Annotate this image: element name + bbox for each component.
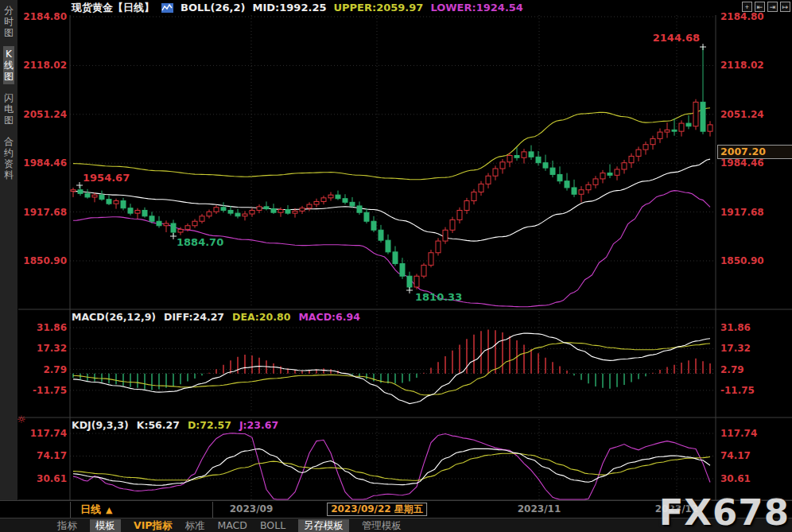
price-annotation: 2144.68 [653,32,700,44]
indicator-settings-icon[interactable]: ☼ [17,414,26,425]
candle-body [114,201,118,204]
candle-body [450,219,455,230]
candle-body [436,241,441,253]
kdj-j-line [73,433,710,499]
candle-body [271,209,276,213]
shift-left-icon[interactable]: ⇤ [755,2,765,12]
candle-body [314,201,319,204]
candle-body [371,221,376,230]
chart-header: 现货黄金【日线】 BOLL(26,2) MID:1992.25 UPPER:20… [72,1,523,14]
sidebar-item-contract-info[interactable]: 合约资料 [3,134,14,183]
axis-tick-left: 1917.68 [23,207,67,218]
candle-body [393,252,398,264]
candle-body [250,210,254,214]
jump-latest-icon[interactable]: ↦ [780,2,790,12]
axis-tick-left: 74.17 [37,450,67,461]
candle-body [350,202,355,206]
symbol-title: 现货黄金【日线】 [72,1,154,15]
pan-icon[interactable]: + [742,2,752,12]
candle-body [414,276,419,287]
axis-tick-left: 30.61 [37,473,67,484]
sidebar-item-timeshare[interactable]: 分时图 [3,2,14,41]
candle-body [679,123,684,131]
sidebar-item-lightning[interactable]: 闪电图 [3,90,14,128]
kdj-d-line [73,453,710,480]
macd-macd-value: MACD:6.94 [298,311,360,323]
candle-body [235,213,240,216]
candle-body [200,216,204,221]
candle-body [643,145,648,150]
boll-lower-value: LOWER:1924.54 [430,2,523,14]
candle-body [99,195,104,200]
candle-body [457,210,462,219]
trading-app-window: 2184.802184.802118.022118.022051.242051.… [0,0,792,532]
axis-tick-left: 117.74 [30,428,67,439]
candle-body [701,102,705,131]
candle-body [665,130,670,132]
candle-body [557,174,562,181]
axis-tick-right: 1917.68 [720,207,764,218]
candle-body [149,216,154,221]
candle-body [78,190,83,194]
candle-body [328,195,333,198]
candle-body [185,226,190,230]
price-annotation: 1954.67 [83,172,130,184]
candle-body [622,163,627,169]
axis-tick-right: 1984.46 [720,157,764,169]
axis-tick-right: 30.61 [720,473,751,484]
tab-MACD[interactable]: MACD [218,519,247,532]
candle-body [600,173,605,179]
candle-body [529,152,534,157]
tab-指标[interactable]: 指标 [57,519,77,532]
candle-body [321,198,326,202]
candle-body [543,163,548,168]
axis-tick-right: 2184.80 [720,11,764,22]
axis-tick-right: 117.74 [720,428,757,439]
candle-body [658,132,662,138]
candle-body [307,204,312,208]
selected-date-label: 2023/09/22 星期五 [327,503,427,516]
candle-body [264,207,269,209]
boll-upper-line [73,108,710,180]
macd-diff-line [73,333,710,404]
candle-body [157,221,161,226]
axis-tick-left: 1984.46 [23,157,67,169]
macd-dea-line [73,343,710,395]
candle-body [500,162,505,169]
axis-tick-left: 2.79 [43,364,67,375]
candle-body [522,152,526,157]
chart-type-sidebar: 分时图 K线图 闪电图 合约资料 [0,0,17,518]
axis-tick-left: 2118.02 [23,60,67,71]
candle-body [257,207,262,211]
candle-body [565,181,569,188]
shift-right-icon[interactable]: ⇥ [767,2,778,12]
boll-mid-value: MID:1992.25 [253,2,327,14]
axis-tick-right: -11.75 [720,385,755,396]
tab-标准[interactable]: 标准 [185,519,205,532]
candle-body [207,212,212,216]
tab-另存模板[interactable]: 另存模板 [298,519,349,532]
kdj-k-value: K:56.27 [137,419,180,431]
candle-body [429,253,433,266]
axis-tick-right: 74.17 [720,450,751,461]
candle-body [192,221,197,226]
tab-管理模板[interactable]: 管理模板 [362,519,402,532]
candle-body [285,210,290,214]
candle-body [407,276,412,287]
axis-tick-left: 2184.80 [23,11,67,22]
kdj-indicator-label: KDJ(9,3,3) [72,419,129,431]
period-selector[interactable]: 日线▲ [70,502,213,518]
axis-tick-right: 31.86 [720,322,751,333]
tab-BOLL[interactable]: BOLL [260,519,285,532]
boll-lower-line [73,191,710,307]
candle-body [221,208,226,211]
candle-body [615,169,619,175]
tab-模板[interactable]: 模板 [90,519,121,532]
tab-VIP指标[interactable]: VIP指标 [134,519,173,532]
kline-chart-icon[interactable] [161,3,173,13]
sidebar-item-kline[interactable]: K线图 [3,46,14,84]
candle-body [357,206,362,212]
candle-body [243,214,247,216]
axis-tick-right: 17.32 [720,343,751,354]
macd-dea-value: DEA:20.80 [232,311,290,323]
